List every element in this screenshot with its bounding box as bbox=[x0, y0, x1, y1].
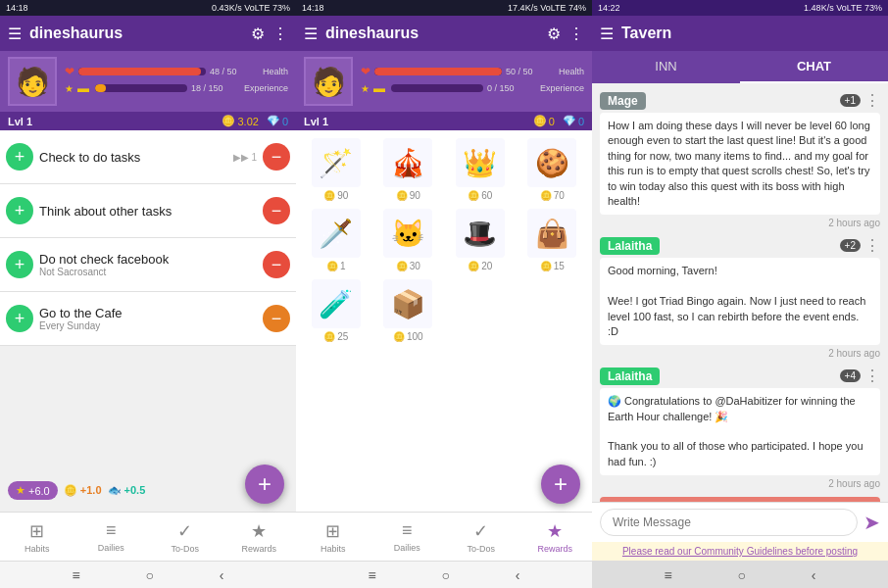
chat-username-2: Lalaitha bbox=[600, 237, 660, 255]
gold-gain-1: 🪙 +1.0 bbox=[64, 484, 102, 497]
level-row-1: Lvl 1 🪙 3.02 💎 0 bbox=[0, 112, 296, 130]
gem-icon-2: ▬ bbox=[373, 81, 385, 95]
android-back-3[interactable]: ‹ bbox=[812, 567, 816, 583]
task-add-btn-1[interactable]: + bbox=[6, 143, 33, 171]
reward-cost-2: 🪙60 bbox=[468, 190, 492, 201]
menu-icon-3[interactable]: ☰ bbox=[600, 24, 614, 43]
todos-label-2: To-Dos bbox=[467, 544, 495, 554]
habits-label-1: Habits bbox=[25, 544, 50, 554]
filter-icon-1[interactable]: ⚙ bbox=[251, 24, 265, 43]
reward-item-5[interactable]: 🐱 🪙30 bbox=[376, 209, 441, 271]
tasks-list-1: + Check to do tasks ▶▶ 1 − + Think about… bbox=[0, 130, 296, 457]
level-badge-2: Lvl 1 bbox=[304, 116, 328, 127]
status-bar-2: 14:18 17.4K/s VoLTE 74% bbox=[296, 0, 592, 16]
chat-like-3[interactable]: +4 bbox=[840, 369, 861, 382]
android-menu-2[interactable]: ≡ bbox=[368, 567, 375, 583]
gold-value-1: 🪙 3.02 bbox=[222, 115, 258, 127]
todos-icon-2: ✓ bbox=[473, 520, 488, 542]
chat-text-1: How I am doing these days I will never b… bbox=[600, 113, 880, 215]
menu-icon-2[interactable]: ☰ bbox=[304, 24, 318, 43]
exp-label-1: 18 / 150 bbox=[191, 83, 240, 93]
reward-item-4[interactable]: 🗡️ 🪙1 bbox=[304, 209, 369, 271]
chat-more-2[interactable]: ⋮ bbox=[864, 236, 880, 255]
status-bar-1: 14:18 0.43K/s VoLTE 73% bbox=[0, 0, 296, 16]
chat-more-3[interactable]: ⋮ bbox=[864, 367, 880, 385]
dailies-icon-2: ≡ bbox=[402, 520, 413, 541]
task-add-btn-4[interactable]: + bbox=[6, 305, 33, 332]
reward-cost-5: 🪙30 bbox=[396, 261, 420, 271]
habits-icon-2: ⊞ bbox=[325, 520, 340, 542]
reward-item-8[interactable]: 🧪 🪙25 bbox=[304, 279, 369, 342]
bottom-nav-2: ⊞ Habits ≡ Dailies ✓ To-Dos ★ Rewards bbox=[296, 512, 592, 561]
habits-label-2: Habits bbox=[321, 544, 346, 554]
community-notice[interactable]: Please read our Community Guidelines bef… bbox=[592, 542, 888, 561]
reward-item-0[interactable]: 🪄 🪙90 bbox=[304, 138, 369, 201]
rewards-icon-2: ★ bbox=[547, 520, 563, 542]
nav-todos-2[interactable]: ✓ To-Dos bbox=[444, 513, 518, 561]
app-title-1: dineshaurus bbox=[29, 24, 243, 42]
tab-chat[interactable]: CHAT bbox=[740, 51, 888, 83]
nav-dailies-2[interactable]: ≡ Dailies bbox=[370, 513, 445, 561]
reward-img-9: 📦 bbox=[383, 279, 432, 328]
reward-img-0: 🪄 bbox=[312, 138, 361, 187]
fab-btn-2[interactable]: + bbox=[541, 465, 580, 504]
android-menu-3[interactable]: ≡ bbox=[664, 567, 671, 583]
nav-dailies-1[interactable]: ≡ Dailies bbox=[74, 513, 149, 561]
diamond-value-2: 💎 0 bbox=[563, 115, 584, 127]
chat-input[interactable] bbox=[600, 509, 858, 536]
health-label-1: 48 / 50 bbox=[210, 67, 259, 76]
heart-icon-2: ❤ bbox=[361, 65, 370, 78]
android-home-2[interactable]: ○ bbox=[442, 567, 450, 583]
chat-send-btn[interactable]: ➤ bbox=[863, 511, 880, 534]
level-badge-1: Lvl 1 bbox=[8, 116, 32, 127]
android-menu-1[interactable]: ≡ bbox=[72, 567, 79, 583]
android-home-3[interactable]: ○ bbox=[738, 567, 746, 583]
exp-text-2: Experience bbox=[540, 83, 584, 93]
task-add-btn-3[interactable]: + bbox=[6, 251, 33, 278]
more-icon-2[interactable]: ⋮ bbox=[568, 24, 584, 43]
reward-item-7[interactable]: 👜 🪙15 bbox=[520, 209, 585, 271]
nav-habits-2[interactable]: ⊞ Habits bbox=[296, 513, 370, 561]
more-icon-1[interactable]: ⋮ bbox=[272, 24, 288, 43]
reward-item-9[interactable]: 📦 🪙100 bbox=[376, 279, 441, 342]
health-text-1: Health bbox=[263, 67, 288, 76]
tavern-title: Tavern bbox=[621, 24, 880, 42]
tavern-panel: 14:22 1.48K/s VoLTE 73% ☰ Tavern INN CHA… bbox=[592, 0, 888, 588]
task-title-4: Go to the Cafe bbox=[39, 306, 257, 320]
diamond-value-1: 💎 0 bbox=[267, 115, 288, 127]
heart-icon-1: ❤ bbox=[65, 65, 74, 78]
menu-icon-1[interactable]: ☰ bbox=[8, 24, 22, 43]
android-home-1[interactable]: ○ bbox=[146, 567, 154, 583]
chat-input-area: ➤ bbox=[592, 502, 888, 542]
signal-2: 17.4K/s VoLTE 74% bbox=[508, 3, 586, 13]
chat-more-1[interactable]: ⋮ bbox=[864, 91, 880, 110]
task-minus-btn-3[interactable]: − bbox=[263, 251, 290, 278]
nav-todos-1[interactable]: ✓ To-Dos bbox=[148, 513, 222, 561]
nav-rewards-2[interactable]: ★ Rewards bbox=[518, 513, 593, 561]
reward-item-2[interactable]: 👑 🪙60 bbox=[448, 138, 513, 201]
reward-cost-3: 🪙70 bbox=[540, 190, 565, 201]
top-bar-1: ☰ dineshaurus ⚙ ⋮ bbox=[0, 16, 296, 51]
android-back-1[interactable]: ‹ bbox=[220, 567, 224, 583]
tab-inn[interactable]: INN bbox=[592, 51, 740, 83]
chat-header-3: Lalaitha +4 ⋮ bbox=[600, 367, 880, 385]
nav-rewards-1[interactable]: ★ Rewards bbox=[222, 513, 297, 561]
reward-item-6[interactable]: 🎩 🪙20 bbox=[448, 209, 513, 271]
fab-btn-1[interactable]: + bbox=[245, 465, 284, 504]
bottom-nav-1: ⊞ Habits ≡ Dailies ✓ To-Dos ★ Rewards bbox=[0, 512, 296, 561]
task-minus-btn-2[interactable]: − bbox=[263, 197, 290, 224]
android-back-2[interactable]: ‹ bbox=[516, 567, 520, 583]
task-minus-btn-1[interactable]: − bbox=[263, 143, 290, 171]
reward-item-3[interactable]: 🍪 🪙70 bbox=[520, 138, 585, 201]
task-minus-btn-4[interactable]: − bbox=[263, 305, 290, 332]
time-3: 14:22 bbox=[598, 3, 620, 13]
task-add-btn-2[interactable]: + bbox=[6, 197, 33, 224]
reward-img-8: 🧪 bbox=[312, 279, 361, 328]
reward-item-1[interactable]: 🎪 🪙90 bbox=[376, 138, 441, 201]
nav-habits-1[interactable]: ⊞ Habits bbox=[0, 513, 74, 561]
chat-like-2[interactable]: +2 bbox=[840, 239, 861, 252]
chat-actions-2: +2 ⋮ bbox=[840, 236, 880, 255]
filter-icon-2[interactable]: ⚙ bbox=[547, 24, 561, 43]
diamond-icon-1: 💎 bbox=[267, 115, 280, 127]
chat-like-1[interactable]: +1 bbox=[840, 94, 861, 107]
